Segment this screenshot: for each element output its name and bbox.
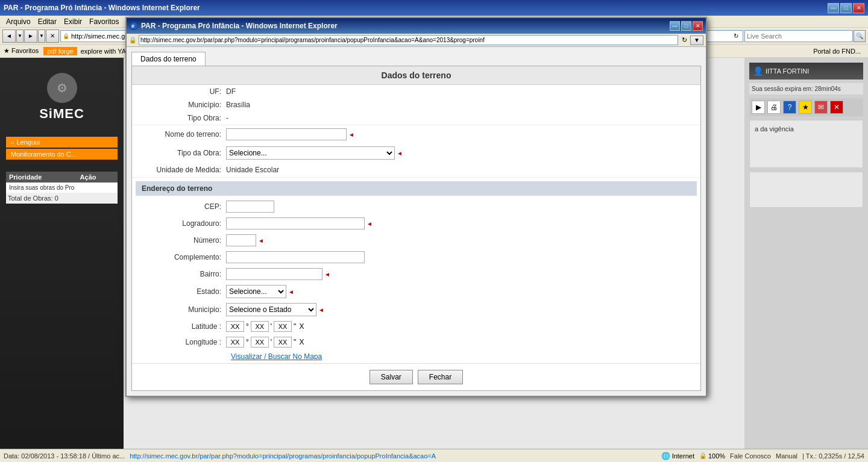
search-btn[interactable]: 🔍 bbox=[854, 30, 866, 42]
tipo-obra-row: Tipo Obra: - bbox=[132, 111, 700, 125]
simec-nav-area: ⌂ Lenguui Monitoramento do C... bbox=[6, 137, 118, 160]
sim-icon-star[interactable]: ★ bbox=[799, 101, 812, 114]
status-url: http://simec.mec.gov.br/par/par.php?modu… bbox=[130, 452, 656, 460]
lon-direction: X bbox=[299, 338, 304, 346]
lon-xx2-input[interactable] bbox=[251, 337, 269, 348]
estado-label: Estado: bbox=[136, 287, 226, 296]
status-date: Data: 02/08/2013 - 13:58:18 / Último ac.… bbox=[4, 452, 125, 460]
municipio-field-row: Município: Selecione o Estado ◄ bbox=[132, 301, 700, 319]
sim-icon-x[interactable]: ✕ bbox=[830, 101, 843, 114]
longitude-row: Longitude : ° ' " X bbox=[132, 334, 700, 350]
sim-icon-mail[interactable]: ✉ bbox=[814, 101, 828, 114]
municipio-value: Brasília bbox=[226, 101, 250, 109]
bairro-label: Bairro: bbox=[136, 270, 226, 278]
popup-address-bar: 🔒 ↻ ▼ bbox=[127, 34, 706, 47]
browser-close-btn[interactable]: ✕ bbox=[853, 3, 864, 13]
menu-editar[interactable]: Editar bbox=[34, 17, 60, 27]
portal-fnd-btn[interactable]: Portal do FND... bbox=[813, 48, 861, 55]
nome-terreno-input[interactable] bbox=[226, 128, 347, 140]
logradouro-label: Logradouro: bbox=[136, 219, 226, 228]
menu-arquivo[interactable]: Arquivo bbox=[2, 17, 34, 27]
bairro-required: ◄ bbox=[324, 271, 330, 278]
sim-icon-3[interactable]: ? bbox=[783, 101, 796, 114]
total-obras: Total de Obras: 0 bbox=[6, 193, 118, 204]
menu-exibir[interactable]: Exibir bbox=[60, 17, 86, 27]
lat-xx1-input[interactable] bbox=[226, 321, 244, 332]
back-dropdown-btn[interactable]: ▼ bbox=[16, 30, 24, 43]
lat-xx3-input[interactable] bbox=[274, 321, 292, 332]
stop-btn[interactable]: ✕ bbox=[46, 30, 59, 43]
latitude-fields: ° ' " X bbox=[226, 321, 304, 332]
complemento-label: Complemento: bbox=[136, 253, 226, 261]
estado-row: Estado: Selecione... ◄ bbox=[132, 283, 700, 301]
fale-conosco-text: Fale Conosco bbox=[730, 452, 771, 460]
simec-nav-lendas[interactable]: ⌂ Lenguui bbox=[6, 137, 118, 148]
map-link-row: Visualizar / Buscar No Mapa bbox=[227, 350, 700, 363]
status-internet-area: 🌐 Internet bbox=[661, 452, 694, 460]
lock-icon-status: 🔒 bbox=[699, 452, 706, 459]
municipio-field-label: Município: bbox=[136, 305, 226, 314]
longitude-label: Longitude : bbox=[136, 338, 226, 346]
priority-table: Prioridade Ação Insira suas obras do Pro bbox=[6, 172, 118, 193]
insert-obras-text: Insira suas obras do Pro bbox=[6, 183, 118, 193]
popup-addr-btn[interactable]: ▼ bbox=[690, 36, 703, 45]
unidade-medida-label: Unidade de Medida: bbox=[136, 166, 226, 174]
save-button[interactable]: Salvar bbox=[370, 370, 413, 384]
popup-minimize-btn[interactable]: — bbox=[670, 21, 680, 31]
form-area: Dados do terreno Dados do terreno UF: DF… bbox=[127, 47, 706, 396]
tipo-obra-select[interactable]: Selecione... bbox=[226, 146, 395, 160]
numero-label: Número: bbox=[136, 236, 226, 245]
uf-row: UF: DF bbox=[132, 85, 700, 98]
priority-section: Prioridade Ação Insira suas obras do Pro… bbox=[6, 172, 118, 204]
tx-text: | Tx.: 0,2325s / 12,54 bbox=[802, 452, 864, 460]
latitude-row: Latitude : ° ' " X bbox=[132, 319, 700, 334]
browser-minimize-btn[interactable]: — bbox=[828, 3, 839, 13]
numero-input[interactable] bbox=[226, 234, 256, 246]
forward-dropdown-btn[interactable]: ▼ bbox=[38, 30, 45, 43]
lon-xx1-input[interactable] bbox=[226, 337, 244, 348]
tipo-da-obra-row: Tipo da Obra: Selecione... ◄ bbox=[132, 143, 700, 163]
close-button[interactable]: Fechar bbox=[418, 370, 463, 384]
logradouro-input[interactable] bbox=[226, 217, 365, 229]
nome-terreno-row: Nome do terreno: ◄ bbox=[132, 125, 700, 143]
municipio-select[interactable]: Selecione o Estado bbox=[226, 303, 316, 316]
nome-terreno-label: Nome do terreno: bbox=[136, 130, 226, 139]
sim-icon-2[interactable]: 🖨 bbox=[767, 101, 781, 114]
tab-bar: Dados do terreno bbox=[131, 52, 701, 66]
complemento-input[interactable] bbox=[226, 251, 365, 263]
browser-maximize-btn[interactable]: □ bbox=[840, 3, 852, 13]
popup-close-btn[interactable]: ✕ bbox=[693, 21, 703, 31]
bairro-input[interactable] bbox=[226, 268, 322, 280]
search-input[interactable] bbox=[744, 30, 853, 42]
menu-favoritos[interactable]: Favoritos bbox=[86, 17, 122, 27]
simec-nav-monitoramento[interactable]: Monitoramento do C... bbox=[6, 149, 118, 160]
btn-row: Salvar Fechar bbox=[132, 363, 700, 390]
back-btn[interactable]: ◄ bbox=[2, 30, 16, 43]
logradouro-required: ◄ bbox=[366, 220, 373, 227]
cep-input[interactable] bbox=[226, 201, 274, 213]
numero-row: Número: ◄ bbox=[132, 232, 700, 249]
forward-btn[interactable]: ► bbox=[24, 30, 37, 43]
simec-logo-area: ⚙ SiMEC bbox=[6, 64, 118, 131]
lon-xx3-input[interactable] bbox=[274, 337, 292, 348]
session-info: Sua sessão expira em: 28min04s bbox=[749, 83, 863, 95]
sim-icon-1[interactable]: ▶ bbox=[752, 101, 765, 114]
uf-value: DF bbox=[226, 87, 236, 96]
bairro-row: Bairro: ◄ bbox=[132, 266, 700, 283]
estado-required: ◄ bbox=[288, 289, 294, 295]
manual-text: Manual bbox=[776, 452, 797, 460]
popup-go-btn[interactable]: ↻ bbox=[679, 36, 689, 45]
popup-address-input[interactable] bbox=[139, 35, 678, 45]
municipio-label: Município: bbox=[136, 101, 226, 109]
refresh-btn[interactable]: ↻ bbox=[731, 31, 741, 41]
info-box-2 bbox=[749, 172, 863, 208]
tab-dados-terreno[interactable]: Dados do terreno bbox=[131, 52, 206, 66]
popup-maximize-btn[interactable]: □ bbox=[681, 21, 691, 31]
form-title: Dados do terreno bbox=[132, 66, 700, 85]
favorites-btn[interactable]: ★ Favoritos bbox=[4, 47, 39, 55]
map-link[interactable]: Visualizar / Buscar No Mapa bbox=[231, 352, 322, 361]
pdfforge-btn[interactable]: pdf forge bbox=[43, 47, 77, 55]
complemento-row: Complemento: bbox=[132, 249, 700, 266]
estado-select[interactable]: Selecione... bbox=[226, 285, 286, 298]
lat-xx2-input[interactable] bbox=[251, 321, 269, 332]
